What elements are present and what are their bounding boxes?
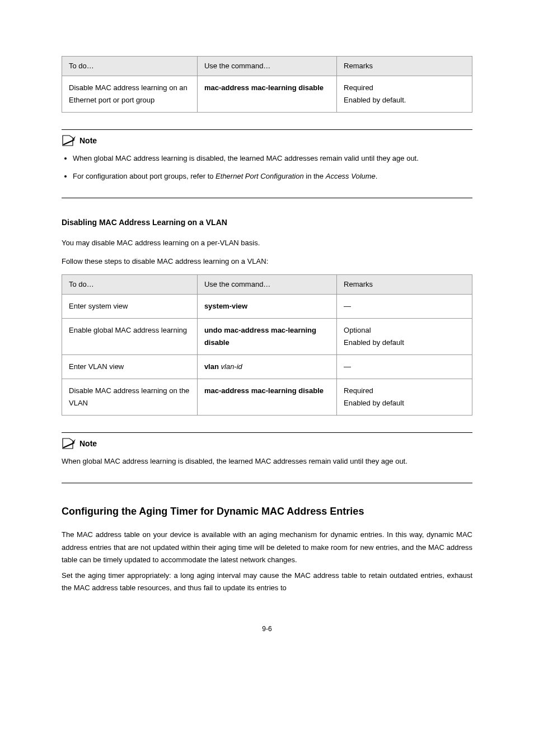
t2-r3-todo: Enter VLAN view <box>62 355 198 379</box>
t2-r3-rem: — <box>337 355 472 379</box>
t2-header-cmd: Use the command… <box>197 274 336 294</box>
table-row: Disable MAC address learning on the VLAN… <box>62 379 472 416</box>
config-table-2: To do… Use the command… Remarks Enter sy… <box>62 274 472 416</box>
t2-header-rem: Remarks <box>337 274 472 294</box>
t2-r2-cmd: undo mac-address mac-learning disable <box>197 318 336 354</box>
t2-r2-rem-l2: Enabled by default <box>344 337 465 349</box>
t2-r4-rem-l2: Enabled by default <box>344 397 465 409</box>
t2-r4-todo: Disable MAC address learning on the VLAN <box>62 379 198 416</box>
note-bullet-2d: Access Volume <box>326 172 376 180</box>
t1-remarks-l2: Enabled by default. <box>344 94 465 106</box>
t2-r4-cmd: mac-address mac-learning disable <box>197 379 336 416</box>
note-icon <box>62 437 76 450</box>
aging-para-2: Set the aging timer appropriately: a lon… <box>62 570 472 594</box>
note-bullet-2: For configuration about port groups, ref… <box>73 170 472 183</box>
table-row: Disable MAC address learning on an Ether… <box>62 76 472 113</box>
t2-r3-cmd: vlan vlan-id <box>197 355 336 379</box>
t2-r4-rem-l1: Required <box>344 385 465 397</box>
section-heading-vlan: Disabling MAC Address Learning on a VLAN <box>62 218 472 227</box>
t1-header-todo: To do… <box>62 57 198 76</box>
intro-para-2: Follow these steps to disable MAC addres… <box>62 255 472 268</box>
t2-r2-rem-l1: Optional <box>344 324 465 337</box>
t2-r1-rem: — <box>337 294 472 318</box>
note-bullet-2b: Ethernet Port Configuration <box>216 172 304 180</box>
t2-r2-todo: Enable global MAC address learning <box>62 318 198 354</box>
note-bullet-2e: . <box>376 172 378 180</box>
heading-aging-timer: Configuring the Aging Timer for Dynamic … <box>62 506 472 517</box>
note-label: Note <box>79 439 97 448</box>
table-row: Enter VLAN view vlan vlan-id — <box>62 355 472 379</box>
aging-para-1: The MAC address table on your device is … <box>62 529 472 566</box>
t2-r1-todo: Enter system view <box>62 294 198 318</box>
table-row: Enable global MAC address learning undo … <box>62 318 472 354</box>
note-bullet-1: When global MAC address learning is disa… <box>73 152 472 165</box>
config-table-1: To do… Use the command… Remarks Disable … <box>62 56 472 113</box>
t2-r4-rem: Required Enabled by default <box>337 379 472 416</box>
t2-header-todo: To do… <box>62 274 198 294</box>
intro-para-1: You may disable MAC address learning on … <box>62 237 472 249</box>
note-bullet-2c: in the <box>306 172 324 180</box>
note-bullet-2a: For configuration about port groups, ref… <box>73 172 213 180</box>
t1-header-rem: Remarks <box>337 57 472 76</box>
note-label: Note <box>79 136 97 145</box>
note2-text: When global MAC address learning is disa… <box>62 455 472 468</box>
note-icon <box>62 134 76 147</box>
note-divider-bottom-2 <box>62 476 472 483</box>
t1-remarks-l1: Required <box>344 82 465 94</box>
t1-row-todo: Disable MAC address learning on an Ether… <box>62 76 198 113</box>
page-number: 9-6 <box>62 625 472 633</box>
t1-row-command: mac-address mac-learning disable <box>197 76 336 113</box>
t2-r2-rem: Optional Enabled by default <box>337 318 472 354</box>
table-row: Enter system view system-view — <box>62 294 472 318</box>
note-list: When global MAC address learning is disa… <box>73 152 472 183</box>
note-divider-bottom-1 <box>62 191 472 198</box>
t1-row-remarks: Required Enabled by default. <box>337 76 472 113</box>
t1-header-cmd: Use the command… <box>197 57 336 76</box>
note-block-1: Note When global MAC address learning is… <box>62 129 472 183</box>
t2-r1-cmd: system-view <box>197 294 336 318</box>
note-block-2: Note When global MAC address learning is… <box>62 432 472 468</box>
